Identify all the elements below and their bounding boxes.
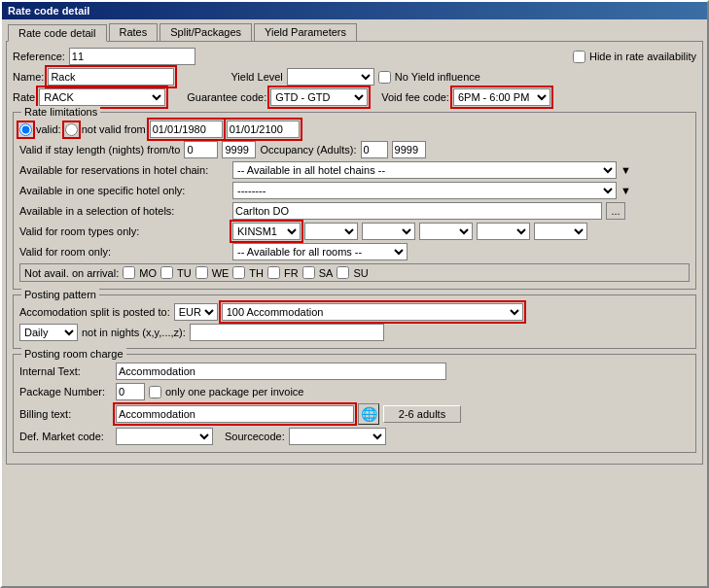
room-type1-select[interactable]: KINSM1 xyxy=(232,223,301,240)
selection-ellipsis-button[interactable]: ... xyxy=(606,202,625,220)
source-code-label: Sourcecode: xyxy=(225,431,285,442)
not-avail-row: Not avail. on arrival: MO TU WE TH FR SA… xyxy=(19,263,690,282)
accommodation-select[interactable]: 100 Accommodation xyxy=(222,303,523,321)
not-in-nights-input[interactable] xyxy=(190,324,384,341)
void-fee-select[interactable]: 6PM - 6:00 PM xyxy=(453,88,550,106)
room-only-label: Valid for room only: xyxy=(19,246,229,258)
specific-hotel-row: Available in one specific hotel only: --… xyxy=(19,182,690,199)
room-type5-select[interactable] xyxy=(477,223,530,240)
fr-checkbox[interactable] xyxy=(267,266,280,279)
window-title: Rate code detail xyxy=(8,5,89,17)
not-valid-from-label: not valid from xyxy=(82,123,146,135)
one-package-label: only one package per invoice xyxy=(165,386,303,398)
room-type2-select[interactable] xyxy=(304,223,358,240)
nights-to-input[interactable] xyxy=(222,141,256,158)
tab-rate-code-detail[interactable]: Rate code detail xyxy=(8,24,107,42)
th-label: TH xyxy=(249,267,264,279)
billing-text-row: Billing text: 🌐 2-6 adults xyxy=(19,403,690,425)
room-type4-select[interactable] xyxy=(419,223,473,240)
accom-split-row: Accomodation split is posted to: EUR 100… xyxy=(19,303,690,321)
valid-row: valid: not valid from xyxy=(19,121,690,138)
room-type6-select[interactable] xyxy=(534,223,587,240)
rate-label: Rate xyxy=(13,91,35,103)
occupancy-to-input[interactable] xyxy=(392,141,426,158)
internal-text-row: Internal Text: xyxy=(19,363,690,380)
hotel-chain-select[interactable]: -- Available in all hotel chains -- xyxy=(232,161,617,179)
selection-label: Available in a selection of hotels: xyxy=(19,205,229,217)
sa-label: SA xyxy=(319,267,334,279)
billing-text-label: Billing text: xyxy=(19,408,112,420)
mo-checkbox[interactable] xyxy=(123,266,135,279)
we-checkbox[interactable] xyxy=(195,266,208,279)
name-input[interactable] xyxy=(48,68,174,86)
hotel-chain-label: Available for reservations in hotel chai… xyxy=(19,164,229,176)
billing-text-input[interactable] xyxy=(116,405,354,423)
hide-rate-checkbox[interactable] xyxy=(573,51,585,63)
tu-checkbox[interactable] xyxy=(160,266,173,279)
su-checkbox[interactable] xyxy=(337,266,349,279)
not-avail-label: Not avail. on arrival: xyxy=(24,267,119,279)
dropdown-arrow-hotel: ▼ xyxy=(620,164,631,176)
nights-row: Valid if stay length (nights) from/to Oc… xyxy=(19,141,690,158)
occupancy-from-input[interactable] xyxy=(361,141,388,158)
room-only-select[interactable]: -- Available for all rooms -- xyxy=(232,243,408,260)
reference-row: Reference: Hide in rate availability xyxy=(13,48,696,65)
globe-icon: 🌐 xyxy=(361,406,377,422)
rate-select[interactable]: RACK xyxy=(39,88,165,106)
sa-checkbox[interactable] xyxy=(302,266,315,279)
adults-button[interactable]: 2-6 adults xyxy=(383,405,461,423)
reference-input[interactable] xyxy=(69,48,195,65)
daily-row: Daily not in nights (x,y,...,z): xyxy=(19,324,690,341)
room-types-row: Valid for room types only: KINSM1 xyxy=(19,223,690,240)
room-only-row: Valid for room only: -- Available for al… xyxy=(19,243,690,260)
posting-pattern-section: Posting pattern Accomodation split is po… xyxy=(13,294,696,349)
nights-from-input[interactable] xyxy=(184,141,218,158)
internal-text-label: Internal Text: xyxy=(19,365,112,377)
title-bar: Rate code detail xyxy=(2,2,707,19)
one-package-checkbox[interactable] xyxy=(149,386,161,398)
specific-hotel-select[interactable]: -------- xyxy=(232,182,617,199)
rate-limitations-label: Rate limitations xyxy=(21,106,100,118)
name-label: Name: xyxy=(13,71,44,83)
th-checkbox[interactable] xyxy=(232,266,245,279)
package-number-row: Package Number: only one package per inv… xyxy=(19,383,690,400)
su-label: SU xyxy=(353,267,368,279)
mo-label: MO xyxy=(139,267,157,279)
def-market-select[interactable] xyxy=(116,428,213,445)
dropdown-arrow-specific: ▼ xyxy=(620,185,631,196)
source-code-select[interactable] xyxy=(289,428,386,445)
we-label: WE xyxy=(212,267,230,279)
package-number-label: Package Number: xyxy=(19,386,112,398)
selection-input[interactable] xyxy=(232,202,602,220)
globe-button[interactable]: 🌐 xyxy=(358,403,379,425)
occupancy-label: Occupancy (Adults): xyxy=(260,144,356,156)
def-market-label: Def. Market code: xyxy=(19,431,112,442)
selection-hotels-row: Available in a selection of hotels: ... xyxy=(19,202,690,220)
tab-content: Reference: Hide in rate availability Nam… xyxy=(6,41,703,465)
reference-label: Reference: xyxy=(13,51,65,62)
tab-split-packages[interactable]: Split/Packages xyxy=(160,23,252,41)
tab-yield-parameters[interactable]: Yield Parameters xyxy=(254,23,357,41)
no-yield-checkbox[interactable] xyxy=(378,71,391,84)
tabs-bar: Rate code detail Rates Split/Packages Yi… xyxy=(2,19,707,41)
rate-limitations-section: Rate limitations valid: not valid from V… xyxy=(13,112,696,290)
tu-label: TU xyxy=(177,267,192,279)
room-type3-select[interactable] xyxy=(362,223,415,240)
currency-select[interactable]: EUR xyxy=(174,303,218,321)
from-date-input[interactable] xyxy=(150,121,223,138)
not-in-nights-label: not in nights (x,y,...,z): xyxy=(82,327,186,338)
guarantee-select[interactable]: GTD - GTD xyxy=(270,88,368,106)
posting-pattern-label: Posting pattern xyxy=(21,289,99,300)
valid-radio[interactable] xyxy=(19,123,32,136)
to-date-input[interactable] xyxy=(227,121,300,138)
tab-rates[interactable]: Rates xyxy=(109,23,159,41)
guarantee-label: Guarantee code: xyxy=(187,91,266,103)
posting-room-charge-section: Posting room charge Internal Text: Packa… xyxy=(13,354,696,453)
period-select[interactable]: Daily xyxy=(19,324,78,341)
rate-row: Rate RACK Guarantee code: GTD - GTD Void… xyxy=(13,88,696,106)
main-window: Rate code detail Rate code detail Rates … xyxy=(0,0,709,588)
package-number-input[interactable] xyxy=(116,383,145,400)
not-valid-radio[interactable] xyxy=(65,123,78,136)
yield-level-select[interactable] xyxy=(287,68,374,86)
internal-text-input[interactable] xyxy=(116,363,446,380)
